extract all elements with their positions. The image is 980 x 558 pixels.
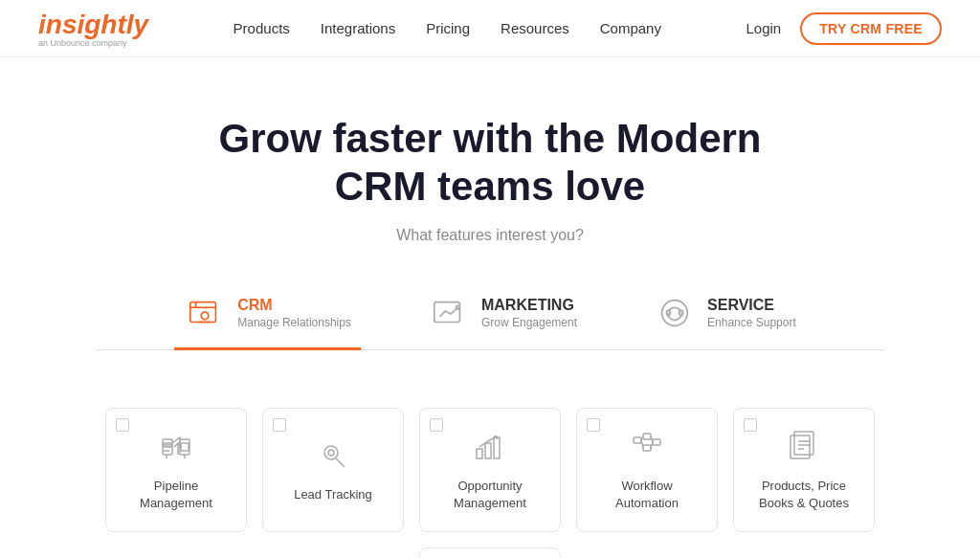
- nav-company[interactable]: Company: [600, 20, 661, 36]
- svg-point-3: [201, 312, 209, 320]
- svg-point-15: [324, 446, 338, 459]
- nav-integrations[interactable]: Integrations: [321, 20, 395, 36]
- hero-subheading: What features interest you?: [19, 227, 961, 244]
- tab-service-label: SERVICE: [707, 297, 796, 314]
- card-opportunity[interactable]: OpportunityManagement: [419, 408, 561, 532]
- card-opportunity-label: OpportunityManagement: [454, 478, 526, 511]
- feature-cards-section: PipelineManagement Lead Tracking Opportu…: [0, 379, 980, 558]
- svg-rect-13: [164, 443, 171, 445]
- svg-rect-21: [634, 437, 641, 443]
- svg-rect-14: [181, 443, 189, 451]
- brand-name: insightly: [38, 10, 148, 40]
- logo[interactable]: insightly an Unbounce company: [38, 10, 148, 48]
- card-lead-checkbox[interactable]: [273, 418, 286, 432]
- card-products-checkbox[interactable]: [744, 418, 757, 432]
- card-products-label: Products, PriceBooks & Quotes: [759, 478, 849, 511]
- card-opportunity-checkbox[interactable]: [430, 418, 443, 432]
- svg-line-28: [651, 442, 653, 448]
- card-lead-label: Lead Tracking: [294, 486, 372, 503]
- card-pipeline[interactable]: PipelineManagement: [105, 408, 247, 532]
- products-icon: [785, 428, 823, 466]
- tab-service-desc: Enhance Support: [707, 316, 796, 329]
- svg-rect-19: [485, 443, 491, 458]
- try-crm-button[interactable]: TRY CRM FREE: [800, 12, 942, 45]
- tab-crm[interactable]: CRM Manage Relationships: [174, 279, 361, 350]
- svg-rect-24: [653, 439, 660, 445]
- tab-crm-desc: Manage Relationships: [237, 316, 351, 329]
- tab-crm-label: CRM: [237, 297, 351, 314]
- svg-rect-18: [477, 449, 482, 458]
- pipeline-icon: [157, 428, 195, 466]
- nav-links: Products Integrations Pricing Resources …: [234, 20, 661, 36]
- tab-marketing-desc: Grow Engagement: [481, 316, 577, 329]
- opportunity-icon: [471, 428, 509, 466]
- feature-tabs: CRM Manage Relationships MARKETING Grow …: [96, 279, 884, 350]
- navbar: insightly an Unbounce company Products I…: [0, 0, 980, 57]
- svg-rect-23: [643, 445, 651, 451]
- card-workflow-checkbox[interactable]: [587, 418, 600, 432]
- svg-line-25: [641, 436, 643, 440]
- hero-section: Grow faster with the Modern CRM teams lo…: [0, 57, 980, 379]
- card-lead[interactable]: Lead Tracking: [262, 408, 404, 532]
- card-workflow[interactable]: WorkflowAutomation: [576, 408, 718, 532]
- nav-resources[interactable]: Resources: [501, 20, 569, 36]
- workflow-icon: [628, 428, 666, 466]
- svg-rect-22: [643, 434, 651, 439]
- card-project[interactable]: ProjectManagement: [419, 547, 561, 558]
- card-workflow-label: WorkflowAutomation: [615, 478, 679, 511]
- login-link[interactable]: Login: [746, 20, 781, 36]
- nav-pricing[interactable]: Pricing: [426, 20, 470, 36]
- nav-products[interactable]: Products: [234, 20, 290, 36]
- svg-rect-20: [494, 437, 500, 458]
- lead-icon: [314, 436, 352, 475]
- service-icon: [654, 292, 696, 334]
- svg-line-27: [651, 436, 653, 442]
- card-products[interactable]: Products, PriceBooks & Quotes: [733, 408, 875, 532]
- tab-marketing[interactable]: MARKETING Grow Engagement: [418, 279, 587, 350]
- tab-service[interactable]: SERVICE Enhance Support: [644, 279, 806, 350]
- crm-icon: [184, 292, 226, 334]
- svg-point-17: [328, 450, 334, 456]
- nav-right: Login TRY CRM FREE: [746, 12, 942, 45]
- card-pipeline-label: PipelineManagement: [140, 478, 212, 511]
- svg-line-16: [336, 458, 345, 467]
- svg-point-6: [457, 305, 460, 309]
- hero-headline: Grow faster with the Modern CRM teams lo…: [203, 115, 777, 212]
- card-pipeline-checkbox[interactable]: [116, 418, 129, 432]
- marketing-icon: [428, 292, 470, 334]
- tab-marketing-label: MARKETING: [481, 297, 577, 314]
- svg-line-26: [641, 440, 643, 448]
